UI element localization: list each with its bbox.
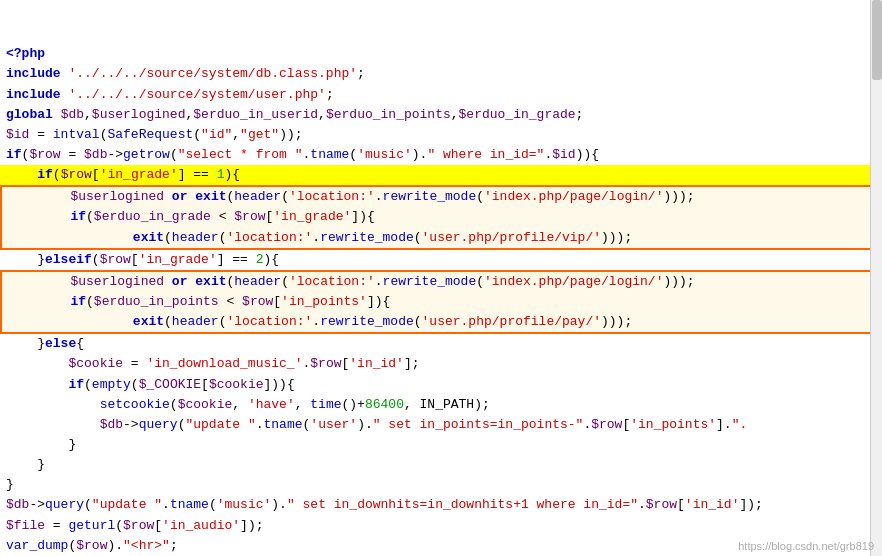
line-content: }: [0, 475, 882, 495]
table-row: exit(header('location:'.rewrite_mode('us…: [0, 312, 882, 334]
line-content: if($erduo_in_grade < $row['in_grade']){: [2, 207, 880, 227]
table-row: if($erduo_in_grade < $row['in_grade']){: [0, 207, 882, 227]
line-content: global $db,$userlogined,$erduo_in_userid…: [0, 105, 882, 125]
table-row: $db->query("update ".tname('user')." set…: [0, 415, 882, 435]
table-row: if($row['in_grade'] == 1){: [0, 165, 882, 185]
line-content: $db->query("update ".tname('music')." se…: [0, 495, 882, 515]
table-row: }: [0, 455, 882, 475]
line-content: }elseif($row['in_grade'] == 2){: [0, 250, 882, 270]
table-row: exit(header('location:'.rewrite_mode('us…: [0, 228, 882, 250]
table-row: if($erduo_in_points < $row['in_points'])…: [0, 292, 882, 312]
table-row: $userlogined or exit(header('location:'.…: [0, 270, 882, 292]
code-area: <?phpinclude '../../../source/system/db.…: [0, 0, 882, 556]
line-content: }: [0, 455, 882, 475]
line-content: }: [0, 435, 882, 455]
line-content: if($erduo_in_points < $row['in_points'])…: [2, 292, 880, 312]
line-content: if(empty($_COOKIE[$cookie])){: [0, 375, 882, 395]
line-content: <?php: [0, 44, 882, 64]
line-content: include '../../../source/system/user.php…: [0, 85, 882, 105]
line-content: }else{: [0, 334, 882, 354]
line-content: if($row = $db->getrow("select * from ".t…: [0, 145, 882, 165]
table-row: <?php: [0, 44, 882, 64]
scrollbar-thumb[interactable]: [872, 0, 882, 80]
line-content: $id = intval(SafeRequest("id","get"));: [0, 125, 882, 145]
scrollbar[interactable]: [870, 0, 882, 556]
table-row: if($row = $db->getrow("select * from ".t…: [0, 145, 882, 165]
line-content: $userlogined or exit(header('location:'.…: [2, 187, 880, 207]
line-content: exit(header('location:'.rewrite_mode('us…: [2, 312, 880, 332]
watermark: https://blog.csdn.net/grb819: [738, 540, 874, 552]
line-content: if($row['in_grade'] == 1){: [0, 165, 882, 185]
table-row: $file = geturl($row['in_audio']);: [0, 516, 882, 536]
table-row: include '../../../source/system/db.class…: [0, 64, 882, 84]
table-row: $cookie = 'in_download_music_'.$row['in_…: [0, 354, 882, 374]
table-row: }else{: [0, 334, 882, 354]
table-row: $id = intval(SafeRequest("id","get"));: [0, 125, 882, 145]
line-content: $userlogined or exit(header('location:'.…: [2, 272, 880, 292]
line-content: include '../../../source/system/db.class…: [0, 64, 882, 84]
table-row: $userlogined or exit(header('location:'.…: [0, 185, 882, 207]
table-row: }elseif($row['in_grade'] == 2){: [0, 250, 882, 270]
line-content: exit(header('location:'.rewrite_mode('us…: [2, 228, 880, 248]
table-row: setcookie($cookie, 'have', time()+86400,…: [0, 395, 882, 415]
line-content: $file = geturl($row['in_audio']);: [0, 516, 882, 536]
line-content: $cookie = 'in_download_music_'.$row['in_…: [0, 354, 882, 374]
table-row: if(empty($_COOKIE[$cookie])){: [0, 375, 882, 395]
table-row: }: [0, 475, 882, 495]
table-row: $db->query("update ".tname('music')." se…: [0, 495, 882, 515]
line-content: $db->query("update ".tname('user')." set…: [0, 415, 882, 435]
line-content: setcookie($cookie, 'have', time()+86400,…: [0, 395, 882, 415]
table-row: global $db,$userlogined,$erduo_in_userid…: [0, 105, 882, 125]
table-row: }: [0, 435, 882, 455]
table-row: include '../../../source/system/user.php…: [0, 85, 882, 105]
code-container: <?phpinclude '../../../source/system/db.…: [0, 0, 882, 556]
